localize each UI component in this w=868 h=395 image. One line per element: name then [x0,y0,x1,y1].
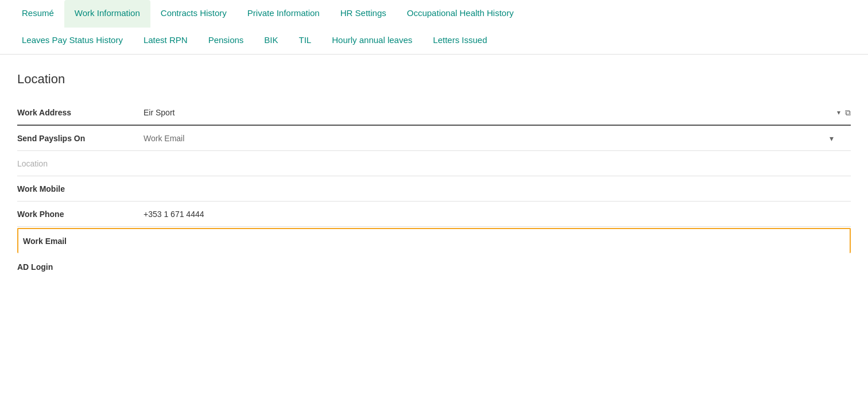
form-row-location: Location [17,151,851,176]
field-label-send-payslips-on: Send Payslips On [17,134,144,143]
field-label-work-email: Work Email [23,237,149,246]
tab-contracts-history[interactable]: Contracts History [150,0,237,28]
tab-occupational-health-history[interactable]: Occupational Health History [397,0,524,28]
field-value-work-phone: +353 1 671 4444 [144,210,204,219]
tab-letters-issued[interactable]: Letters Issued [423,27,497,55]
form-row-work-email: Work Email [17,228,851,253]
section-title: Location [17,72,851,87]
tab-private-information[interactable]: Private Information [237,0,330,28]
field-label-work-phone: Work Phone [17,210,144,219]
tab-hr-settings[interactable]: HR Settings [330,0,397,28]
form-row-work-address: Work AddressEir Sport▾⧉ [17,100,851,126]
tab-til[interactable]: TIL [289,27,322,55]
main-content: Location Work AddressEir Sport▾⧉Send Pay… [0,55,868,297]
form-row-work-phone: Work Phone+353 1 671 4444 [17,202,851,227]
field-select-send-payslips-on[interactable]: Work Email [144,134,851,143]
tab-bik[interactable]: BIK [254,27,288,55]
tabs-row-1: ResuméWork InformationContracts HistoryP… [0,0,868,27]
form-row-send-payslips-on: Send Payslips OnWork Email▾ [17,126,851,151]
tab-pensions[interactable]: Pensions [198,27,254,55]
field-input-work-email[interactable] [149,237,845,246]
tabs-container: ResuméWork InformationContracts HistoryP… [0,0,868,55]
field-value-work-address: Eir Sport [144,108,837,117]
tabs-row-2: Leaves Pay Status HistoryLatest RPNPensi… [0,27,868,55]
form-row-work-mobile: Work Mobile [17,176,851,202]
field-label-work-mobile: Work Mobile [17,184,144,193]
tab-resume[interactable]: Resumé [11,0,64,28]
field-label-work-address: Work Address [17,108,144,117]
field-label-ad-login: AD Login [17,262,144,272]
tab-hourly-annual-leaves[interactable]: Hourly annual leaves [321,27,423,55]
tab-leaves-pay-status-history[interactable]: Leaves Pay Status History [11,27,133,55]
dropdown-arrow-icon[interactable]: ▾ [837,109,840,117]
tab-latest-rpn[interactable]: Latest RPN [133,27,198,55]
tab-work-information[interactable]: Work Information [64,0,150,28]
form-row-ad-login: AD Login [17,254,851,280]
field-label-location: Location [17,159,144,168]
external-link-icon[interactable]: ⧉ [845,108,851,118]
form-fields: Work AddressEir Sport▾⧉Send Payslips OnW… [17,100,851,280]
